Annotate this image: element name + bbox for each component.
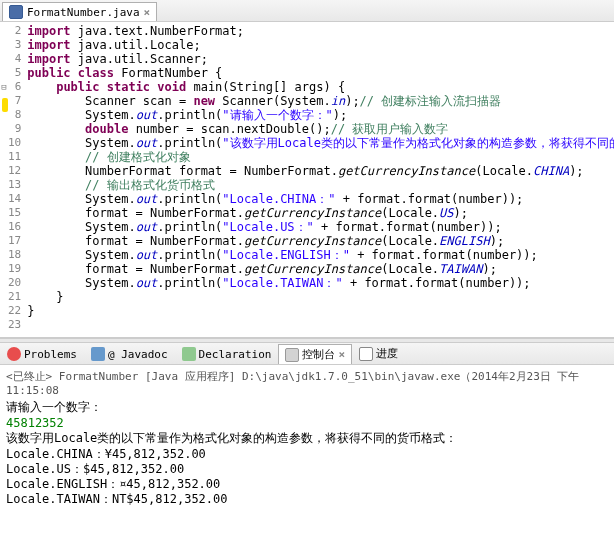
- line-number: 22: [8, 304, 21, 318]
- line-number: 18: [8, 248, 21, 262]
- code-line[interactable]: // 输出格式化货币格式: [27, 178, 614, 192]
- tab-declaration[interactable]: Declaration: [175, 344, 279, 364]
- marker: [0, 154, 8, 168]
- code-line[interactable]: format = NumberFormat.getCurrencyInstanc…: [27, 206, 614, 220]
- line-number: 17: [8, 234, 21, 248]
- marker: [0, 38, 8, 52]
- code-line[interactable]: Scanner scan = new Scanner(System.in);//…: [27, 94, 614, 108]
- tab-label: Problems: [24, 348, 77, 361]
- line-number: 9: [8, 122, 21, 136]
- editor-tab-filename: FormatNumber.java: [27, 6, 140, 19]
- line-number: 19: [8, 262, 21, 276]
- marker: [0, 280, 8, 294]
- tab-progress[interactable]: 进度: [352, 343, 405, 364]
- tab-label: @ Javadoc: [108, 348, 168, 361]
- marker: ⊟: [0, 80, 8, 94]
- code-line[interactable]: import java.text.NumberFormat;: [27, 24, 614, 38]
- progress-icon: [359, 347, 373, 361]
- line-number: 3: [8, 38, 21, 52]
- code-line[interactable]: System.out.println("Locale.CHINA：" + for…: [27, 192, 614, 206]
- marker: [0, 224, 8, 238]
- console-view[interactable]: <已终止> FormatNumber [Java 应用程序] D:\java\j…: [0, 365, 614, 511]
- console-icon: [285, 348, 299, 362]
- line-number: 2: [8, 24, 21, 38]
- console-line: Locale.US：$45,812,352.00: [6, 462, 608, 477]
- line-number: 15: [8, 206, 21, 220]
- marker: [0, 210, 8, 224]
- console-line: Locale.ENGLISH：¤45,812,352.00: [6, 477, 608, 492]
- marker: [0, 140, 8, 154]
- tab-problems[interactable]: Problems: [0, 344, 84, 364]
- tab-label: 进度: [376, 346, 398, 361]
- code-line[interactable]: import java.util.Locale;: [27, 38, 614, 52]
- java-file-icon: [9, 5, 23, 19]
- code-editor[interactable]: ⊟ 234567891011121314151617181920212223 i…: [0, 22, 614, 338]
- marker: [0, 112, 8, 126]
- code-content[interactable]: import java.text.NumberFormat;import jav…: [27, 22, 614, 337]
- close-icon[interactable]: ×: [144, 6, 151, 19]
- editor-tab[interactable]: FormatNumber.java ×: [2, 2, 157, 21]
- tab-javadoc[interactable]: @ Javadoc: [84, 344, 175, 364]
- editor-tab-bar: FormatNumber.java ×: [0, 0, 614, 22]
- close-icon[interactable]: ×: [338, 348, 345, 361]
- console-line: 该数字用Locale类的以下常量作为格式化对象的构造参数，将获得不同的货币格式：: [6, 430, 608, 447]
- marker: [0, 168, 8, 182]
- line-number: 7: [8, 94, 21, 108]
- code-line[interactable]: System.out.println("Locale.TAIWAN：" + fo…: [27, 276, 614, 290]
- marker: [0, 196, 8, 210]
- code-line[interactable]: double number = scan.nextDouble();// 获取用…: [27, 122, 614, 136]
- marker: [0, 52, 8, 66]
- line-number: 21: [8, 290, 21, 304]
- marker: [0, 238, 8, 252]
- tab-label: Declaration: [199, 348, 272, 361]
- declaration-icon: [182, 347, 196, 361]
- line-number: 5: [8, 66, 21, 80]
- code-line[interactable]: // 创建格式化对象: [27, 150, 614, 164]
- code-line[interactable]: System.out.println("Locale.ENGLISH：" + f…: [27, 248, 614, 262]
- code-line[interactable]: format = NumberFormat.getCurrencyInstanc…: [27, 234, 614, 248]
- marker: [0, 266, 8, 280]
- marker: [0, 308, 8, 322]
- console-line: 请输入一个数字：: [6, 399, 608, 416]
- marker: [0, 24, 8, 38]
- console-tab-bar: Problems @ Javadoc Declaration 控制台 × 进度: [0, 343, 614, 365]
- javadoc-icon: [91, 347, 105, 361]
- console-output: 请输入一个数字：45812352该数字用Locale类的以下常量作为格式化对象的…: [6, 399, 608, 507]
- console-line: Locale.TAIWAN：NT$45,812,352.00: [6, 492, 608, 507]
- line-number: 8: [8, 108, 21, 122]
- marker: [0, 126, 8, 140]
- code-line[interactable]: System.out.println("Locale.US：" + format…: [27, 220, 614, 234]
- line-number: 13: [8, 178, 21, 192]
- console-header: <已终止> FormatNumber [Java 应用程序] D:\java\j…: [6, 369, 608, 397]
- line-number: 16: [8, 220, 21, 234]
- problems-icon: [7, 347, 21, 361]
- code-line[interactable]: [27, 318, 614, 332]
- line-number: 14: [8, 192, 21, 206]
- code-line[interactable]: NumberFormat format = NumberFormat.getCu…: [27, 164, 614, 178]
- line-number: 10: [8, 136, 21, 150]
- code-line[interactable]: format = NumberFormat.getCurrencyInstanc…: [27, 262, 614, 276]
- code-line[interactable]: System.out.println("请输入一个数字：");: [27, 108, 614, 122]
- code-line[interactable]: System.out.println("该数字用Locale类的以下常量作为格式…: [27, 136, 614, 150]
- code-line[interactable]: public static void main(String[] args) {: [27, 80, 614, 94]
- code-line[interactable]: }: [27, 304, 614, 318]
- code-line[interactable]: }: [27, 290, 614, 304]
- line-number: 23: [8, 318, 21, 332]
- code-line[interactable]: public class FormatNumber {: [27, 66, 614, 80]
- console-line: Locale.CHINA：¥45,812,352.00: [6, 447, 608, 462]
- marker: [0, 98, 8, 112]
- marker: [0, 294, 8, 308]
- line-number: 20: [8, 276, 21, 290]
- marker: [0, 182, 8, 196]
- tab-console[interactable]: 控制台 ×: [278, 344, 352, 364]
- line-number: 4: [8, 52, 21, 66]
- marker: [0, 322, 8, 336]
- code-line[interactable]: import java.util.Scanner;: [27, 52, 614, 66]
- marker: [0, 66, 8, 80]
- line-number-gutter: 234567891011121314151617181920212223: [8, 22, 27, 337]
- line-number: 12: [8, 164, 21, 178]
- marker: [0, 252, 8, 266]
- console-line: 45812352: [6, 416, 608, 430]
- marker-gutter: ⊟: [0, 22, 8, 337]
- tab-label: 控制台: [302, 347, 335, 362]
